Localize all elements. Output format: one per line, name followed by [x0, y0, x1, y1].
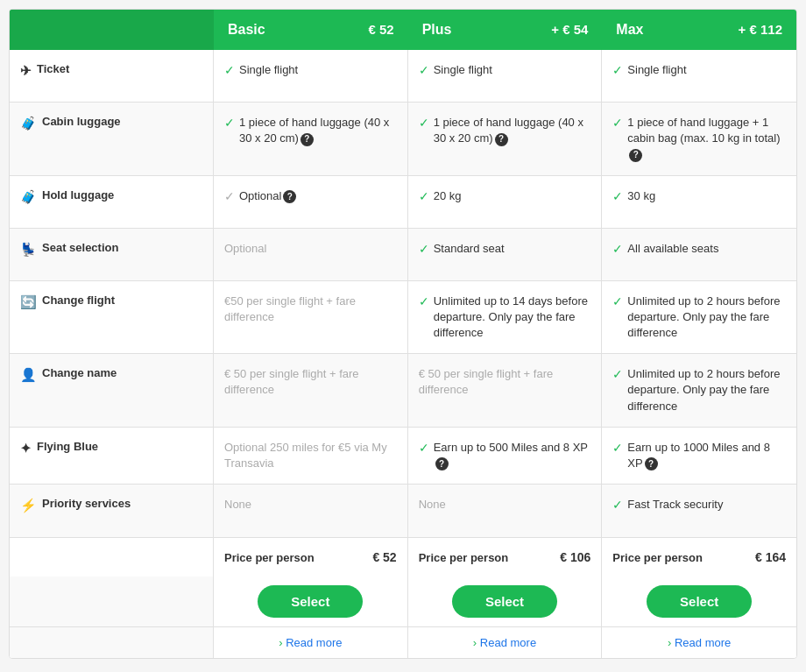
table-row: 👤Change name€ 50 per single flight + far…: [10, 354, 796, 428]
select-button-plus[interactable]: Select: [452, 585, 557, 618]
btn-cell-basic: Select: [214, 577, 408, 626]
plan-price-max: + € 112: [739, 22, 782, 37]
change-name-icon: 👤: [20, 367, 37, 383]
read-more-cell-basic: Read more: [214, 627, 408, 658]
cell-text: Optional 250 miles for €5 via My Transav…: [224, 440, 397, 471]
help-icon[interactable]: ?: [435, 457, 449, 470]
read-more-link-plus[interactable]: Read more: [473, 636, 536, 649]
help-icon[interactable]: ?: [645, 457, 658, 470]
seat-selection-icon: 💺: [20, 242, 37, 258]
cell-change-name-1: € 50 per single flight + fare difference: [408, 354, 603, 427]
price-amount-max: € 164: [755, 550, 786, 564]
cell-text: Unlimited up to 2 hours before departure…: [627, 294, 786, 342]
cell-text: Earn up to 1000 Miles and 8 XP?: [627, 440, 786, 471]
priority-services-icon: ⚡: [20, 498, 37, 513]
checkmark-icon: ✓: [419, 441, 429, 455]
hold-luggage-icon: 🧳: [20, 189, 37, 205]
btn-cell-plus: Select: [408, 577, 603, 626]
checkmark-icon: ✓: [612, 116, 623, 130]
plan-name-plus: Plus: [422, 22, 452, 37]
checkmark-icon: ✓: [419, 63, 429, 77]
help-icon[interactable]: ?: [629, 149, 642, 162]
cell-text: Unlimited up to 2 hours before departure…: [627, 366, 786, 414]
row-label-text: Cabin luggage: [42, 115, 121, 128]
footer-price-plus: Price per person € 106: [408, 538, 603, 577]
cell-change-name-2: ✓Unlimited up to 2 hours before departur…: [602, 354, 796, 427]
cell-ticket-2: ✓Single flight: [602, 50, 796, 102]
cell-cabin-luggage-2: ✓1 piece of hand luggage + 1 cabin bag (…: [602, 103, 796, 175]
checkmark-icon: ✓: [419, 189, 429, 203]
flying-blue-icon: ✦: [20, 441, 32, 456]
read-more-cell-max: Read more: [602, 627, 796, 658]
plan-name-max: Max: [616, 22, 643, 37]
row-label-change-name: 👤Change name: [10, 354, 214, 427]
btn-cell-max: Select: [602, 577, 796, 626]
row-label-text: Hold luggage: [42, 188, 114, 202]
cell-text: None: [419, 497, 446, 513]
cell-text: 20 kg: [434, 188, 462, 204]
cell-seat-selection-0: Optional: [214, 229, 408, 280]
help-icon[interactable]: ?: [300, 133, 314, 146]
row-label-text: Ticket: [37, 62, 69, 75]
cell-text: 1 piece of hand luggage (40 x 30 x 20 cm…: [239, 115, 397, 146]
cell-seat-selection-2: ✓All available seats: [602, 229, 796, 280]
price-label-basic: Price per person: [224, 551, 315, 564]
footer-price-basic: Price per person € 52: [214, 538, 408, 577]
cell-priority-services-0: None: [214, 485, 408, 537]
read-more-link-basic[interactable]: Read more: [279, 636, 342, 649]
header-plus: Plus + € 54: [408, 10, 603, 50]
table-row: 🧳Cabin luggage✓1 piece of hand luggage (…: [10, 103, 796, 176]
select-button-max[interactable]: Select: [647, 585, 752, 618]
checkmark-icon: ✓: [612, 441, 623, 455]
checkmark-icon: ✓: [612, 63, 623, 77]
row-label-text: Priority services: [42, 497, 131, 510]
cell-text: All available seats: [627, 241, 718, 257]
table-row: 🧳Hold luggage✓Optional?✓20 kg✓30 kg: [10, 176, 796, 229]
checkmark-icon: ✓: [612, 367, 623, 381]
cell-hold-luggage-0: ✓Optional?: [214, 176, 408, 228]
cell-ticket-1: ✓Single flight: [408, 50, 603, 102]
cell-text: Unlimited up to 14 days before departure…: [434, 294, 591, 342]
cell-text: 30 kg: [627, 188, 655, 204]
footer-price-max: Price per person € 164: [602, 538, 796, 577]
cell-text: 1 piece of hand luggage + 1 cabin bag (m…: [627, 115, 786, 163]
price-label-plus: Price per person: [419, 551, 509, 564]
help-icon[interactable]: ?: [283, 190, 296, 203]
footer-label-empty: [10, 538, 214, 577]
cell-text: Single flight: [239, 62, 298, 78]
cell-cabin-luggage-0: ✓1 piece of hand luggage (40 x 30 x 20 c…: [214, 103, 408, 175]
cell-cabin-luggage-1: ✓1 piece of hand luggage (40 x 30 x 20 c…: [408, 103, 603, 175]
table-row: ✦Flying BlueOptional 250 miles for €5 vi…: [10, 428, 796, 485]
help-icon[interactable]: ?: [495, 133, 508, 146]
cell-text: Fast Track security: [627, 497, 723, 513]
table-row: ⚡Priority servicesNoneNone✓Fast Track se…: [10, 485, 796, 537]
read-more-link-max[interactable]: Read more: [668, 636, 731, 649]
select-button-basic[interactable]: Select: [258, 585, 363, 618]
checkmark-icon: ✓: [612, 242, 623, 256]
cell-text: 1 piece of hand luggage (40 x 30 x 20 cm…: [434, 115, 591, 146]
cell-text: Optional: [224, 241, 266, 257]
cell-seat-selection-1: ✓Standard seat: [408, 229, 603, 280]
cell-text: Standard seat: [434, 241, 505, 257]
cell-flying-blue-1: ✓Earn up to 500 Miles and 8 XP?: [408, 428, 603, 484]
header-empty: [10, 10, 214, 50]
table-row: 💺Seat selectionOptional✓Standard seat✓Al…: [10, 229, 796, 281]
table-header: Basic € 52 Plus + € 54 Max + € 112: [10, 10, 796, 50]
cell-text: € 50 per single flight + fare difference: [419, 366, 591, 398]
cell-text: € 50 per single flight + fare difference: [224, 366, 397, 398]
row-label-text: Change name: [42, 366, 117, 379]
header-max: Max + € 112: [602, 10, 796, 50]
plan-name-basic: Basic: [228, 22, 265, 37]
price-amount-plus: € 106: [560, 550, 590, 564]
ticket-icon: ✈: [20, 63, 32, 79]
btn-empty: [10, 577, 214, 626]
cell-change-flight-0: €50 per single flight + fare difference: [214, 281, 408, 354]
table-body: ✈Ticket✓Single flight✓Single flight✓Sing…: [10, 50, 796, 537]
cabin-luggage-icon: 🧳: [20, 116, 37, 131]
cell-change-flight-2: ✓Unlimited up to 2 hours before departur…: [602, 281, 796, 354]
cell-flying-blue-2: ✓Earn up to 1000 Miles and 8 XP?: [602, 428, 796, 484]
pricing-table: Basic € 52 Plus + € 54 Max + € 112 ✈Tick…: [9, 9, 797, 659]
price-label-max: Price per person: [612, 551, 703, 564]
row-label-change-flight: 🔄Change flight: [10, 281, 214, 354]
checkmark-icon: ✓: [419, 294, 429, 308]
